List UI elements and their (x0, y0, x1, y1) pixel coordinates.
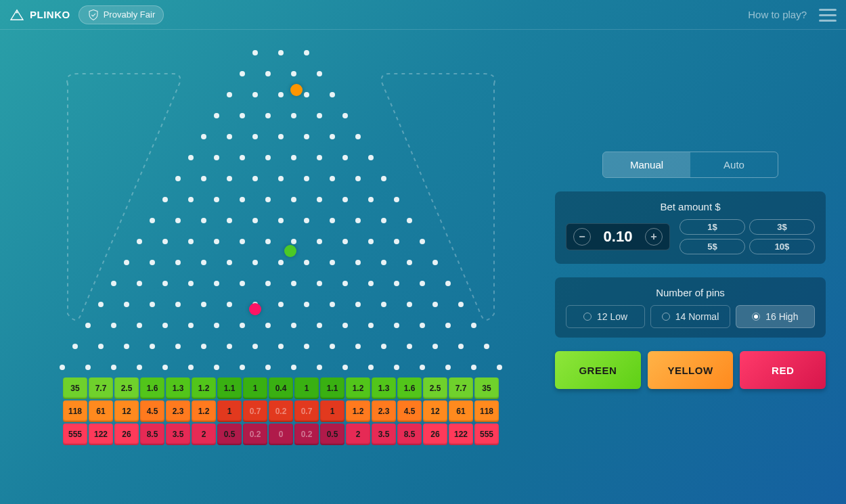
pin (330, 134, 335, 139)
provably-fair-badge[interactable]: Provably Fair (79, 5, 164, 24)
pin (265, 113, 271, 118)
multiplier-cell: 35 (474, 377, 499, 399)
pin (60, 365, 65, 370)
multiplier-cell: 1.6 (140, 377, 164, 399)
radio-dot-icon (752, 313, 760, 321)
multiplier-cell: 555 (474, 423, 499, 445)
pin (317, 197, 322, 202)
multiplier-cell: 1 (217, 400, 242, 422)
pin (124, 260, 129, 265)
multiplier-cell: 26 (114, 423, 139, 445)
pin (98, 344, 104, 349)
bet-preset-3[interactable]: 3$ (749, 219, 815, 235)
pin-row (44, 365, 518, 370)
pin-row (44, 113, 518, 118)
pin-row (44, 134, 518, 139)
pins-option-16[interactable]: 16 High (736, 305, 815, 328)
multiplier-cell: 1.3 (372, 377, 396, 399)
radio-dot-icon (662, 313, 670, 321)
pin (394, 323, 399, 328)
multiplier-cell: 0.2 (243, 423, 267, 445)
pin (317, 323, 322, 328)
multiplier-cell: 1.6 (397, 377, 422, 399)
pin (265, 365, 271, 370)
shield-icon (87, 9, 99, 21)
bet-decrease-button[interactable]: − (573, 228, 591, 246)
multiplier-rows: 357.72.51.61.31.21.110.411.11.21.31.62.5… (44, 377, 518, 445)
multiplier-cell: 3.5 (372, 423, 396, 445)
bet-increase-button[interactable]: + (645, 228, 663, 246)
logo: PLINKO (9, 9, 70, 21)
pin (214, 323, 219, 328)
pins-option-14[interactable]: 14 Normal (650, 305, 730, 328)
mode-auto-button[interactable]: Auto (690, 152, 778, 177)
pin (304, 176, 309, 181)
pins-option-12[interactable]: 12 Low (566, 305, 645, 328)
how-to-play-link[interactable]: How to play? (748, 9, 807, 20)
pin (355, 344, 361, 349)
pin (214, 365, 219, 370)
play-yellow-button[interactable]: YELLOW (648, 351, 734, 389)
pin-row (44, 323, 518, 328)
pin (420, 365, 425, 370)
pin (252, 344, 258, 349)
bet-preset-10[interactable]: 10$ (749, 239, 815, 254)
mode-manual-button[interactable]: Manual (603, 152, 690, 177)
multiplier-cell: 0.5 (320, 423, 344, 445)
multiplier-cell: 4.5 (397, 400, 422, 422)
pin (124, 344, 129, 349)
bet-preset-1[interactable]: 1$ (680, 219, 745, 235)
multiplier-cell: 0.2 (294, 423, 319, 445)
pin (265, 71, 271, 76)
multiplier-cell: 0.2 (269, 400, 293, 422)
pin (227, 176, 232, 181)
pin (381, 260, 386, 265)
play-buttons: GREEN YELLOW RED (555, 351, 826, 389)
pin (175, 218, 181, 223)
pin (355, 218, 361, 223)
pin (252, 176, 258, 181)
pin (304, 260, 309, 265)
pin (304, 218, 309, 223)
pin (111, 323, 116, 328)
pin (330, 302, 335, 307)
pin (317, 365, 322, 370)
pin (355, 176, 361, 181)
pin (137, 281, 142, 286)
pin (188, 197, 194, 202)
menu-icon[interactable] (819, 9, 837, 21)
multiplier-cell: 7.7 (89, 377, 113, 399)
pin (162, 281, 168, 286)
pin (265, 239, 271, 244)
pin (124, 302, 129, 307)
multiplier-cell: 1.3 (166, 377, 190, 399)
pins-option-label: 12 Low (597, 311, 627, 322)
pin (201, 134, 206, 139)
pin-row (44, 302, 518, 307)
bet-preset-5[interactable]: 5$ (680, 239, 745, 254)
pin (394, 197, 399, 202)
pin-row (44, 218, 518, 223)
pin (214, 113, 219, 118)
multiplier-cell: 1.1 (320, 377, 344, 399)
pin (227, 260, 232, 265)
pin (201, 344, 206, 349)
play-red-button[interactable]: RED (740, 351, 826, 389)
pin (304, 344, 309, 349)
pin (355, 260, 361, 265)
pin (252, 92, 258, 97)
pin (265, 323, 271, 328)
play-green-button[interactable]: GREEN (555, 351, 641, 389)
multiplier-cell: 2 (192, 423, 216, 445)
multiplier-cell: 2.3 (372, 400, 396, 422)
pin (432, 344, 438, 349)
pin (175, 344, 181, 349)
pin (342, 281, 348, 286)
pin (150, 218, 155, 223)
pin (445, 365, 451, 370)
pin (484, 344, 489, 349)
pin (240, 239, 245, 244)
pin-row (44, 92, 518, 97)
pin (214, 197, 219, 202)
bet-value[interactable]: 0.10 (599, 228, 637, 246)
